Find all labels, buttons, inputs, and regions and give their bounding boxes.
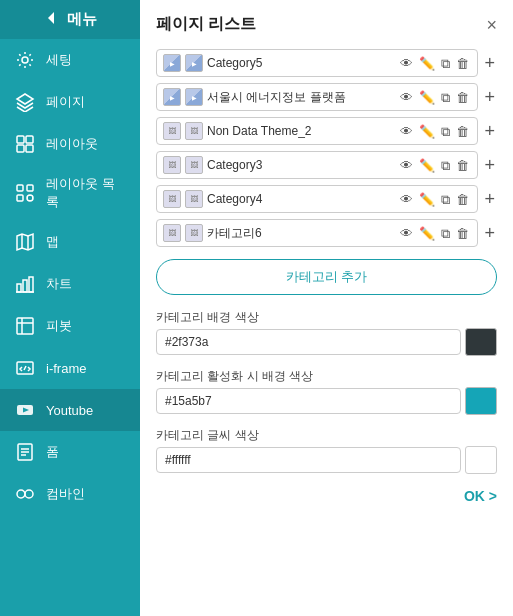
delete-button-2[interactable]: 🗑 [454,90,471,105]
category-item-6: 🖼 🖼 카테고리6 👁 ✏️ ⧉ 🗑 [156,219,478,247]
svg-marker-11 [17,234,33,250]
color-row-active [156,387,497,415]
delete-button-3[interactable]: 🗑 [454,124,471,139]
category-item-3: 🖼 🖼 Non Data Theme_2 👁 ✏️ ⧉ 🗑 [156,117,478,145]
color-input-font[interactable] [156,447,461,473]
add-page-button-1[interactable]: + [482,54,497,72]
close-button[interactable]: × [486,16,497,34]
sidebar-label-map: 맵 [46,233,59,251]
add-page-button-3[interactable]: + [482,122,497,140]
eye-button-3[interactable]: 👁 [398,124,415,139]
edit-button-1[interactable]: ✏️ [417,56,437,71]
svg-rect-7 [17,185,23,191]
add-page-button-2[interactable]: + [482,88,497,106]
svg-point-20 [17,490,25,498]
add-category-button[interactable]: 카테고리 추가 [156,259,497,295]
edit-button-2[interactable]: ✏️ [417,90,437,105]
category-name-1: Category5 [207,56,394,70]
sidebar-item-form[interactable]: 폼 [0,431,140,473]
sidebar-item-pivot[interactable]: 피봇 [0,305,140,347]
copy-button-6[interactable]: ⧉ [439,226,452,241]
svg-marker-2 [17,94,33,104]
grid-icon [14,133,36,155]
table-row: 🖼 🖼 Non Data Theme_2 👁 ✏️ ⧉ 🗑 + [156,117,497,145]
sidebar-label-combine: 컴바인 [46,485,85,503]
add-page-button-5[interactable]: + [482,190,497,208]
sidebar-label-iframe: i-frame [46,361,86,376]
eye-button-4[interactable]: 👁 [398,158,415,173]
eye-button-6[interactable]: 👁 [398,226,415,241]
edit-button-3[interactable]: ✏️ [417,124,437,139]
sidebar-item-map[interactable]: 맵 [0,221,140,263]
table-row: 🖼 🖼 카테고리6 👁 ✏️ ⧉ 🗑 + [156,219,497,247]
table-row: 🖼 🖼 Category3 👁 ✏️ ⧉ 🗑 + [156,151,497,179]
back-icon [43,10,59,29]
eye-button-5[interactable]: 👁 [398,192,415,207]
delete-button-6[interactable]: 🗑 [454,226,471,241]
thumbnail-icon-6b: 🖼 [185,224,203,242]
svg-rect-8 [17,195,23,201]
delete-button-1[interactable]: 🗑 [454,56,471,71]
sidebar-label-youtube: Youtube [46,403,93,418]
sidebar-label-pivot: 피봇 [46,317,72,335]
svg-rect-15 [17,318,33,334]
svg-point-1 [22,57,28,63]
edit-button-5[interactable]: ✏️ [417,192,437,207]
thumbnail-icon-4b: 🖼 [185,156,203,174]
sidebar-item-youtube[interactable]: Youtube [0,389,140,431]
delete-button-4[interactable]: 🗑 [454,158,471,173]
sidebar-item-iframe[interactable]: i-frame [0,347,140,389]
ok-button[interactable]: OK > [464,488,497,504]
svg-marker-0 [48,12,54,24]
add-page-button-4[interactable]: + [482,156,497,174]
sidebar-item-chart[interactable]: 차트 [0,263,140,305]
sidebar-item-page[interactable]: 페이지 [0,81,140,123]
color-label-bg: 카테고리 배경 색상 [156,309,497,326]
color-input-active[interactable] [156,388,461,414]
eye-button-1[interactable]: 👁 [398,56,415,71]
color-label-active: 카테고리 활성화 시 배경 색상 [156,368,497,385]
edit-button-6[interactable]: ✏️ [417,226,437,241]
category-item-2: 서울시 에너지정보 플랫폼 👁 ✏️ ⧉ 🗑 [156,83,478,111]
color-swatch-bg[interactable] [465,328,497,356]
sidebar-item-settings[interactable]: 세팅 [0,39,140,81]
copy-button-1[interactable]: ⧉ [439,56,452,71]
sidebar-item-combine[interactable]: 컴바인 [0,473,140,515]
sidebar-label-layout-list: 레이아웃 목록 [46,175,126,211]
iframe-icon [14,357,36,379]
sidebar-header: 메뉴 [0,0,140,39]
thumbnail-icon-2 [163,88,181,106]
table-row: Category5 👁 ✏️ ⧉ 🗑 + [156,49,497,77]
thumbnail-icon-1b [185,54,203,72]
sidebar-item-layout-list[interactable]: 레이아웃 목록 [0,165,140,221]
thumbnail-icon-4: 🖼 [163,156,181,174]
thumbnail-icon-5: 🖼 [163,190,181,208]
color-group-active: 카테고리 활성화 시 배경 색상 [156,368,497,415]
svg-rect-14 [29,277,33,292]
copy-button-3[interactable]: ⧉ [439,124,452,139]
eye-button-2[interactable]: 👁 [398,90,415,105]
thumbnail-icon-5b: 🖼 [185,190,203,208]
sidebar-item-layout[interactable]: 레이아웃 [0,123,140,165]
copy-button-5[interactable]: ⧉ [439,192,452,207]
color-input-bg[interactable] [156,329,461,355]
edit-button-4[interactable]: ✏️ [417,158,437,173]
cat-actions-2: 👁 ✏️ ⧉ 🗑 [398,90,471,105]
delete-button-5[interactable]: 🗑 [454,192,471,207]
cat-actions-4: 👁 ✏️ ⧉ 🗑 [398,158,471,173]
color-section: 카테고리 배경 색상 카테고리 활성화 시 배경 색상 카테고리 글씨 색상 [156,309,497,478]
sidebar-header-label: 메뉴 [67,10,97,29]
copy-button-2[interactable]: ⧉ [439,90,452,105]
category-list: Category5 👁 ✏️ ⧉ 🗑 + 서울시 에너지정보 플랫폼 👁 ✏️ [156,49,497,247]
color-swatch-active[interactable] [465,387,497,415]
youtube-icon [14,399,36,421]
add-page-button-6[interactable]: + [482,224,497,242]
sidebar-label-layout: 레이아웃 [46,135,98,153]
cat-actions-5: 👁 ✏️ ⧉ 🗑 [398,192,471,207]
copy-button-4[interactable]: ⧉ [439,158,452,173]
color-swatch-font[interactable] [465,446,497,474]
color-group-bg: 카테고리 배경 색상 [156,309,497,356]
grid-cog-icon [14,182,36,204]
category-name-6: 카테고리6 [207,225,394,242]
thumbnail-icon-3: 🖼 [163,122,181,140]
